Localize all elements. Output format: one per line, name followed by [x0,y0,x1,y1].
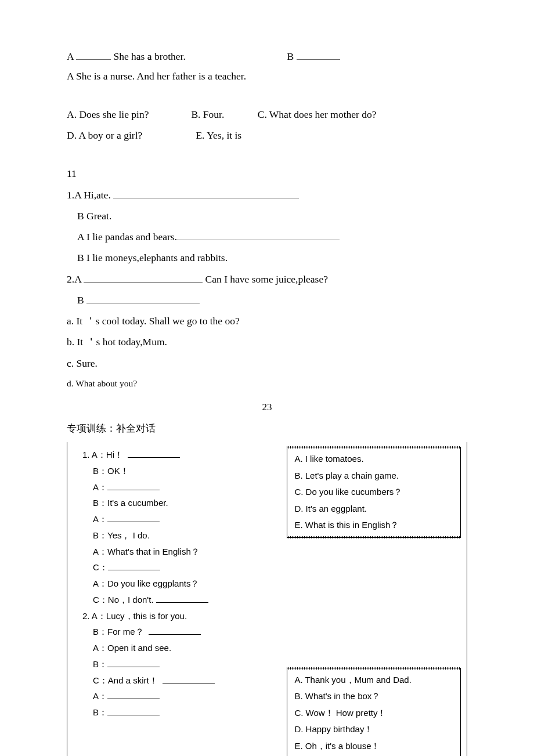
top-row1-left: A She has a brother. [67,49,287,63]
text: A： [93,482,107,492]
s11-od: d. What about you? [67,377,467,390]
text: B [77,294,86,306]
s11-l1: 1.A Hi,ate. [67,187,467,202]
blank[interactable] [84,272,203,283]
opt-c: C. What does her mother do? [258,108,377,120]
top-row2: A She is a nurse. And her father is a te… [67,68,467,84]
q1l7: A：What's that in English？ [82,544,287,560]
page-number: 23 [67,401,467,413]
q1l2: B：OK！ [82,463,287,479]
q2l5: C：And a skirt！ [82,672,287,689]
top-row1-right: B [287,49,468,63]
section-title: 专项训练：补全对话 [67,422,467,435]
exercise-right-col: A. I like tomatoes. B. Let's play a chai… [287,447,467,756]
q1l10: C：No，I don't. [82,592,287,608]
opt-e: E. Yes, it is [196,129,241,141]
top-options-row1: A. Does she lie pin? B. Four. C. What do… [67,107,467,122]
blank[interactable] [76,49,111,60]
blank[interactable] [107,482,160,490]
text: B：For me？ [93,627,149,636]
top-options-row2: D. A boy or a girl? E. Yes, it is [67,128,467,143]
text: C： [93,562,108,572]
s11-l1a2: A I lie pandas and bears. [67,229,467,244]
q1l5: A： [82,511,287,527]
blank[interactable] [107,691,160,699]
s11-ob: b. It ＇s hot today,Mum. [67,334,467,349]
box1-b: B. Let's play a chain game. [294,468,453,484]
blank[interactable] [177,230,340,241]
blank[interactable] [156,595,208,603]
q2l1: 2. A：Lucy，this is for you. [82,608,287,624]
text: A： [93,514,107,524]
exercise-block: 1. A：Hi！ B：OK！ A： B：It's a cucumber. A： … [67,442,467,756]
box1-c: C. Do you like cucumbers？ [294,484,453,501]
q1l1: 1. A：Hi！ [82,447,287,463]
option-box-2: A. Thank you，Mum and Dad. B. What's in t… [287,668,461,757]
box2-d: D. Happy birthday！ [294,721,453,738]
q1l9: A：Do you like eggplants？ [82,576,287,592]
q1l6: B：Yes， I do. [82,527,287,544]
text: C：And a skirt！ [93,675,163,685]
s11-l1b: B Great. [67,208,467,223]
text: A [67,50,76,62]
q1l4: B：It's a cucumber. [82,495,287,511]
s11-oc: c. Sure. [67,356,467,371]
q2l6: A： [82,688,287,704]
box2-c: C. Wow！ How pretty！ [294,705,453,722]
s11-l2: 2.A Can I have some juice,please? [67,272,467,287]
text: A： [93,691,107,701]
s11-l2b: B [67,292,467,308]
blank[interactable] [107,659,160,667]
text: 1. A：Hi！ [82,450,128,460]
blank[interactable] [107,514,160,522]
text: A I lie pandas and bears. [77,231,177,243]
q1l3: A： [82,479,287,495]
blank[interactable] [128,450,180,458]
option-box-1: A. I like tomatoes. B. Let's play a chai… [287,447,461,538]
box1-e: E. What is this in English？ [294,517,453,534]
q2l2: B：For me？ [82,624,287,640]
text: C：No，I don't. [93,595,156,605]
exercise-left-col: 1. A：Hi！ B：OK！ A： B：It's a cucumber. A： … [67,447,287,756]
box1-d: D. It's an eggplant. [294,501,453,518]
box2-b: B. What's in the box？ [294,688,453,705]
text: B： [93,707,107,717]
q2l4: B： [82,656,287,672]
q2l3: A：Open it and see. [82,640,287,656]
text: Can I have some juice,please? [203,273,328,285]
blank[interactable] [149,627,201,635]
blank[interactable] [107,707,160,715]
q1l8: C： [82,559,287,576]
text: B： [93,659,107,669]
text: B [287,50,297,62]
s11-l1b2: B I lie moneys,elephants and rabbits. [67,250,467,265]
q2l7: B： [82,704,287,721]
blank[interactable] [113,188,299,198]
opt-d: D. A boy or a girl? [67,128,193,143]
sec11-num: 11 [67,166,467,181]
blank[interactable] [163,675,215,683]
opt-a: A. Does she lie pin? [67,107,189,122]
s11-oa: a. It ＇s cool today. Shall we go to the … [67,313,467,328]
box1-a: A. I like tomatoes. [294,451,453,468]
box2-e: E. Oh，it's a blouse！ [294,738,453,755]
blank[interactable] [297,49,340,60]
text: 1.A Hi,ate. [67,189,113,201]
blank[interactable] [108,562,160,570]
blank[interactable] [86,293,200,303]
text: She has a brother. [111,50,186,62]
worksheet-page: A She has a brother. B A She is a nurse.… [0,0,534,756]
box2-a: A. Thank you，Mum and Dad. [294,672,453,689]
opt-b: B. Four. [191,107,255,122]
text: 2.A [67,273,84,285]
top-row-1: A She has a brother. B [67,49,467,63]
